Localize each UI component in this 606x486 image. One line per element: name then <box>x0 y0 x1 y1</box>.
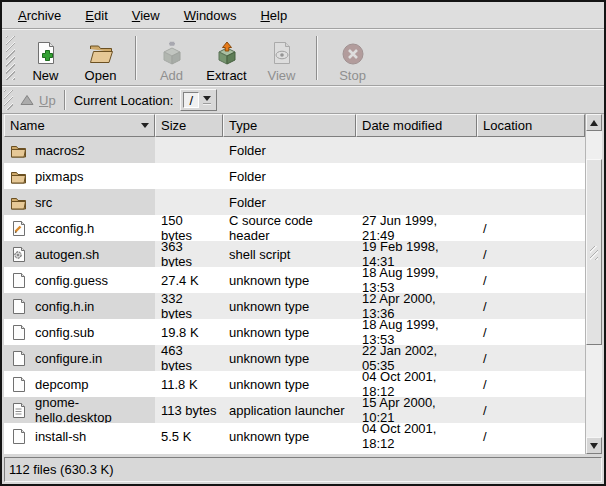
file-icon <box>10 324 27 341</box>
column-header-location[interactable]: Location <box>477 114 585 137</box>
file-icon <box>10 272 27 289</box>
file-type: unknown type <box>223 371 356 397</box>
file-row[interactable]: acconfig.h 150 bytes C source code heade… <box>4 215 585 241</box>
file-location: / <box>477 423 585 449</box>
new-button[interactable]: New <box>18 33 73 83</box>
file-date: 15 Apr 2000, 10:21 <box>356 397 477 423</box>
menu-view[interactable]: View <box>120 4 172 27</box>
new-button-label: New <box>32 68 58 83</box>
file-row[interactable]: config.guess 27.4 K unknown type 18 Aug … <box>4 267 585 293</box>
file-location: / <box>477 345 585 371</box>
file-type: unknown type <box>223 345 356 371</box>
open-folder-icon <box>88 41 114 67</box>
file-location: / <box>477 215 585 241</box>
menubar: Archive Edit View Windows Help <box>2 2 604 29</box>
file-date: 04 Oct 2001, 18:12 <box>356 371 477 397</box>
scrollbar-track[interactable] <box>586 131 602 437</box>
file-icon <box>10 246 27 263</box>
file-type: Folder <box>223 137 356 163</box>
up-button-label: Up <box>39 93 56 108</box>
current-location-label: Current Location: <box>74 93 174 108</box>
location-bar-grip[interactable] <box>4 90 13 110</box>
file-name: configure.in <box>35 351 102 366</box>
scroll-down-button[interactable] <box>586 437 602 454</box>
column-header-name[interactable]: Name <box>4 114 155 137</box>
view-button: View <box>254 33 309 83</box>
file-row[interactable]: configure.in 463 bytes unknown type 22 J… <box>4 345 585 371</box>
scroll-up-icon <box>590 120 598 126</box>
status-text: 112 files (630.3 K) <box>9 462 114 477</box>
scroll-down-icon <box>590 443 598 449</box>
open-button[interactable]: Open <box>73 33 128 83</box>
location-bar: Up Current Location: / <box>2 86 604 114</box>
location-combobox[interactable]: / <box>180 89 217 111</box>
file-date: 27 Jun 1999, 21:49 <box>356 215 477 241</box>
menu-windows[interactable]: Windows <box>172 4 249 27</box>
file-size: 150 bytes <box>155 215 223 241</box>
file-size: 5.5 K <box>155 423 223 449</box>
file-date: 04 Oct 2001, 18:12 <box>356 423 477 449</box>
file-date <box>356 189 477 215</box>
location-value: / <box>183 92 199 108</box>
view-button-label: View <box>268 68 296 83</box>
file-size: 19.8 K <box>155 319 223 345</box>
stop-icon <box>340 41 366 67</box>
file-type: application launcher <box>223 397 356 423</box>
file-name: install-sh <box>35 429 86 444</box>
file-icon <box>10 376 27 393</box>
file-location <box>477 163 585 189</box>
column-header-date-modified[interactable]: Date modified <box>356 114 477 137</box>
file-name: macros2 <box>35 143 85 158</box>
add-button-label: Add <box>160 68 183 83</box>
file-row[interactable]: src Folder <box>4 189 585 215</box>
vertical-scrollbar[interactable] <box>585 114 602 454</box>
file-row[interactable]: autogen.sh 363 bytes shell script 19 Feb… <box>4 241 585 267</box>
new-archive-icon <box>33 41 59 67</box>
file-type: unknown type <box>223 319 356 345</box>
open-button-label: Open <box>85 68 117 83</box>
combo-dropdown-icon[interactable] <box>199 92 214 108</box>
up-button: Up <box>16 91 64 110</box>
menu-edit[interactable]: Edit <box>73 4 119 27</box>
file-row[interactable]: config.sub 19.8 K unknown type 18 Aug 19… <box>4 319 585 345</box>
scrollbar-thumb[interactable] <box>586 159 602 345</box>
file-list-header: Name Size Type Date modified Location <box>4 114 585 137</box>
file-size <box>155 189 223 215</box>
sort-descending-icon <box>141 123 149 128</box>
file-type: unknown type <box>223 267 356 293</box>
location-bar-separator <box>64 90 66 110</box>
file-type: unknown type <box>223 293 356 319</box>
file-row[interactable]: depcomp 11.8 K unknown type 04 Oct 2001,… <box>4 371 585 397</box>
toolbar-separator <box>316 36 318 80</box>
toolbar-grip[interactable] <box>6 36 15 80</box>
column-header-type[interactable]: Type <box>223 114 356 137</box>
scroll-up-button[interactable] <box>586 114 602 131</box>
add-button: Add <box>144 33 199 83</box>
file-location: / <box>477 267 585 293</box>
extract-package-icon <box>214 41 240 67</box>
file-date <box>356 163 477 189</box>
file-date: 18 Aug 1999, 13:53 <box>356 267 477 293</box>
file-row[interactable]: config.h.in 332 bytes unknown type 12 Ap… <box>4 293 585 319</box>
file-name: gnome-hello.desktop <box>35 395 149 425</box>
file-location: / <box>477 397 585 423</box>
file-row[interactable]: gnome-hello.desktop 113 bytes applicatio… <box>4 397 585 423</box>
file-row[interactable]: macros2 Folder <box>4 137 585 163</box>
file-location: / <box>477 241 585 267</box>
menu-help[interactable]: Help <box>248 4 299 27</box>
column-header-size[interactable]: Size <box>155 114 223 137</box>
menu-archive[interactable]: Archive <box>6 4 73 27</box>
file-location: / <box>477 319 585 345</box>
toolbar: New Open Add <box>2 29 604 86</box>
file-date: 22 Jan 2002, 05:35 <box>356 345 477 371</box>
toolbar-separator <box>135 36 137 80</box>
file-row[interactable]: pixmaps Folder <box>4 163 585 189</box>
file-list-body: macros2 Folder pixmaps Folder src Folder… <box>4 137 585 454</box>
file-size: 463 bytes <box>155 345 223 371</box>
file-size: 113 bytes <box>155 397 223 423</box>
file-type: Folder <box>223 189 356 215</box>
extract-button[interactable]: Extract <box>199 33 254 83</box>
file-location <box>477 137 585 163</box>
file-icon <box>10 142 27 159</box>
file-row[interactable]: install-sh 5.5 K unknown type 04 Oct 200… <box>4 423 585 449</box>
